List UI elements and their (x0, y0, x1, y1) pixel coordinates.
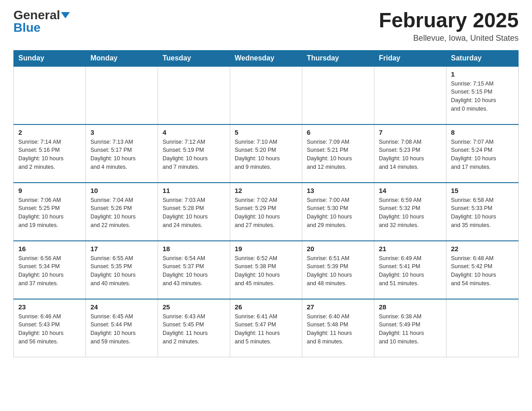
day-number: 13 (307, 187, 369, 194)
calendar-cell: 6Sunrise: 7:09 AM Sunset: 5:21 PM Daylig… (302, 124, 374, 183)
week-row-3: 9Sunrise: 7:06 AM Sunset: 5:25 PM Daylig… (14, 183, 519, 241)
day-info: Sunrise: 6:59 AM Sunset: 5:32 PM Dayligh… (379, 196, 442, 230)
calendar-cell: 24Sunrise: 6:45 AM Sunset: 5:44 PM Dayli… (86, 299, 158, 357)
day-info: Sunrise: 6:40 AM Sunset: 5:48 PM Dayligh… (307, 313, 369, 346)
day-info: Sunrise: 7:00 AM Sunset: 5:30 PM Dayligh… (307, 196, 369, 230)
day-info: Sunrise: 7:03 AM Sunset: 5:28 PM Dayligh… (163, 196, 225, 230)
calendar-cell: 28Sunrise: 6:38 AM Sunset: 5:49 PM Dayli… (374, 299, 446, 357)
day-number: 24 (90, 303, 153, 311)
weekday-header-saturday: Saturday (446, 50, 519, 66)
day-number: 25 (163, 303, 225, 311)
calendar-cell: 23Sunrise: 6:46 AM Sunset: 5:43 PM Dayli… (14, 299, 86, 357)
calendar-cell (446, 299, 519, 357)
day-info: Sunrise: 6:38 AM Sunset: 5:49 PM Dayligh… (379, 313, 442, 346)
weekday-header-row: SundayMondayTuesdayWednesdayThursdayFrid… (14, 50, 519, 66)
day-info: Sunrise: 6:49 AM Sunset: 5:41 PM Dayligh… (379, 254, 442, 288)
logo-triangle-icon (61, 12, 70, 18)
day-info: Sunrise: 7:10 AM Sunset: 5:20 PM Dayligh… (235, 138, 297, 171)
day-info: Sunrise: 6:58 AM Sunset: 5:33 PM Dayligh… (451, 196, 514, 230)
day-info: Sunrise: 6:55 AM Sunset: 5:35 PM Dayligh… (90, 254, 153, 288)
calendar-cell: 27Sunrise: 6:40 AM Sunset: 5:48 PM Dayli… (302, 299, 374, 357)
day-info: Sunrise: 7:09 AM Sunset: 5:21 PM Dayligh… (307, 138, 369, 171)
calendar-cell: 15Sunrise: 6:58 AM Sunset: 5:33 PM Dayli… (446, 183, 519, 241)
day-number: 16 (18, 245, 81, 253)
day-number: 18 (163, 245, 225, 253)
day-info: Sunrise: 7:12 AM Sunset: 5:19 PM Dayligh… (163, 138, 225, 171)
calendar-cell: 2Sunrise: 7:14 AM Sunset: 5:16 PM Daylig… (14, 124, 86, 183)
calendar-cell: 5Sunrise: 7:10 AM Sunset: 5:20 PM Daylig… (230, 124, 302, 183)
calendar-cell: 20Sunrise: 6:51 AM Sunset: 5:39 PM Dayli… (302, 241, 374, 299)
day-info: Sunrise: 7:06 AM Sunset: 5:25 PM Dayligh… (18, 196, 81, 230)
calendar-cell: 13Sunrise: 7:00 AM Sunset: 5:30 PM Dayli… (302, 183, 374, 241)
day-info: Sunrise: 6:46 AM Sunset: 5:43 PM Dayligh… (18, 313, 81, 346)
weekday-header-sunday: Sunday (14, 50, 86, 66)
logo: General Blue (13, 9, 70, 34)
logo-blue-text: Blue (13, 21, 41, 34)
day-info: Sunrise: 7:15 AM Sunset: 5:15 PM Dayligh… (451, 80, 514, 113)
day-number: 26 (235, 303, 297, 311)
calendar-cell: 12Sunrise: 7:02 AM Sunset: 5:29 PM Dayli… (230, 183, 302, 241)
calendar-cell (302, 66, 374, 124)
calendar-cell: 26Sunrise: 6:41 AM Sunset: 5:47 PM Dayli… (230, 299, 302, 357)
day-number: 15 (451, 187, 514, 194)
weekday-header-thursday: Thursday (302, 50, 374, 66)
day-number: 10 (90, 187, 153, 194)
day-number: 11 (163, 187, 225, 194)
day-info: Sunrise: 6:54 AM Sunset: 5:37 PM Dayligh… (163, 254, 225, 288)
day-number: 3 (90, 128, 153, 136)
day-number: 9 (18, 187, 81, 194)
weekday-header-wednesday: Wednesday (230, 50, 302, 66)
day-number: 23 (18, 303, 81, 311)
calendar-cell: 16Sunrise: 6:56 AM Sunset: 5:34 PM Dayli… (14, 241, 86, 299)
day-number: 14 (379, 187, 442, 194)
calendar-table: SundayMondayTuesdayWednesdayThursdayFrid… (13, 50, 519, 358)
day-info: Sunrise: 7:14 AM Sunset: 5:16 PM Dayligh… (18, 138, 81, 171)
calendar-cell: 25Sunrise: 6:43 AM Sunset: 5:45 PM Dayli… (158, 299, 230, 357)
day-number: 21 (379, 245, 442, 253)
calendar-cell: 1Sunrise: 7:15 AM Sunset: 5:15 PM Daylig… (446, 66, 519, 124)
calendar-cell (86, 66, 158, 124)
day-info: Sunrise: 7:04 AM Sunset: 5:26 PM Dayligh… (90, 196, 153, 230)
day-info: Sunrise: 7:08 AM Sunset: 5:23 PM Dayligh… (379, 138, 442, 171)
week-row-1: 1Sunrise: 7:15 AM Sunset: 5:15 PM Daylig… (14, 66, 519, 124)
calendar-cell: 17Sunrise: 6:55 AM Sunset: 5:35 PM Dayli… (86, 241, 158, 299)
day-number: 7 (379, 128, 442, 136)
calendar-cell: 10Sunrise: 7:04 AM Sunset: 5:26 PM Dayli… (86, 183, 158, 241)
day-number: 2 (18, 128, 81, 136)
weekday-header-friday: Friday (374, 50, 446, 66)
calendar-cell: 14Sunrise: 6:59 AM Sunset: 5:32 PM Dayli… (374, 183, 446, 241)
month-title: February 2025 (379, 9, 519, 32)
day-number: 22 (451, 245, 514, 253)
calendar-cell: 22Sunrise: 6:48 AM Sunset: 5:42 PM Dayli… (446, 241, 519, 299)
week-row-4: 16Sunrise: 6:56 AM Sunset: 5:34 PM Dayli… (14, 241, 519, 299)
day-info: Sunrise: 6:45 AM Sunset: 5:44 PM Dayligh… (90, 313, 153, 346)
weekday-header-tuesday: Tuesday (158, 50, 230, 66)
day-number: 17 (90, 245, 153, 253)
day-info: Sunrise: 6:43 AM Sunset: 5:45 PM Dayligh… (163, 313, 225, 346)
calendar-cell: 3Sunrise: 7:13 AM Sunset: 5:17 PM Daylig… (86, 124, 158, 183)
day-number: 5 (235, 128, 297, 136)
day-number: 27 (307, 303, 369, 311)
day-info: Sunrise: 7:13 AM Sunset: 5:17 PM Dayligh… (90, 138, 153, 171)
logo-general-text: General (13, 9, 60, 21)
day-number: 20 (307, 245, 369, 253)
day-info: Sunrise: 6:41 AM Sunset: 5:47 PM Dayligh… (235, 313, 297, 346)
calendar-cell: 9Sunrise: 7:06 AM Sunset: 5:25 PM Daylig… (14, 183, 86, 241)
weekday-header-monday: Monday (86, 50, 158, 66)
calendar-cell: 7Sunrise: 7:08 AM Sunset: 5:23 PM Daylig… (374, 124, 446, 183)
page-header: General Blue February 2025 Bellevue, Iow… (13, 9, 519, 43)
calendar-cell: 19Sunrise: 6:52 AM Sunset: 5:38 PM Dayli… (230, 241, 302, 299)
day-info: Sunrise: 6:52 AM Sunset: 5:38 PM Dayligh… (235, 254, 297, 288)
calendar-cell: 11Sunrise: 7:03 AM Sunset: 5:28 PM Dayli… (158, 183, 230, 241)
day-number: 4 (163, 128, 225, 136)
day-info: Sunrise: 6:56 AM Sunset: 5:34 PM Dayligh… (18, 254, 81, 288)
calendar-cell (14, 66, 86, 124)
location-title: Bellevue, Iowa, United States (379, 34, 519, 43)
day-info: Sunrise: 7:07 AM Sunset: 5:24 PM Dayligh… (451, 138, 514, 171)
title-block: February 2025 Bellevue, Iowa, United Sta… (379, 9, 519, 43)
day-number: 19 (235, 245, 297, 253)
calendar-cell: 4Sunrise: 7:12 AM Sunset: 5:19 PM Daylig… (158, 124, 230, 183)
day-number: 1 (451, 70, 514, 78)
day-info: Sunrise: 6:51 AM Sunset: 5:39 PM Dayligh… (307, 254, 369, 288)
calendar-cell: 21Sunrise: 6:49 AM Sunset: 5:41 PM Dayli… (374, 241, 446, 299)
